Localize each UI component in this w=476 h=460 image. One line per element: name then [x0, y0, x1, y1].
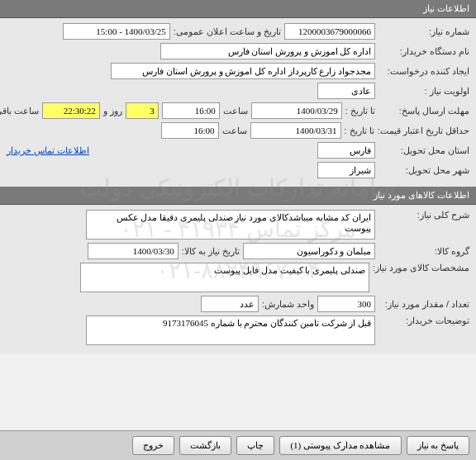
deadline-date-field[interactable] — [251, 102, 342, 119]
label-priority: اولویت نیاز : — [378, 86, 469, 97]
attachments-button[interactable]: مشاهده مدارک پیوستی (1) — [279, 436, 401, 455]
label-province: استان محل تحویل: — [378, 145, 469, 156]
goods-info-header: اطلاعات کالاهای مورد نیاز — [0, 187, 476, 205]
label-unit: واحد شمارش: — [262, 299, 314, 310]
label-time2: ساعت — [222, 126, 247, 136]
print-button[interactable]: چاپ — [236, 436, 274, 455]
label-deadline: مهلت ارسال پاسخ: — [378, 106, 469, 116]
deadline-time-field[interactable] — [162, 102, 220, 119]
remain-days-field[interactable] — [126, 102, 159, 119]
label-time1: ساعت — [223, 106, 248, 116]
label-qty: تعداد / مقدار مورد نیاز: — [378, 299, 469, 310]
city-field[interactable] — [317, 162, 375, 178]
label-buyer-notes: توضیحات خریدار: — [378, 315, 469, 326]
label-min-valid: حداقل تاریخ اعتبار قیمت: — [378, 126, 469, 136]
goods-group-field[interactable] — [243, 243, 375, 259]
unit-field[interactable] — [201, 296, 259, 312]
need-info-header: اطلاعات نیاز — [0, 0, 476, 18]
respond-button[interactable]: پاسخ به نیاز — [407, 436, 470, 455]
label-goods-group: گروه کالا: — [378, 246, 469, 257]
buyer-notes-field[interactable] — [86, 315, 375, 345]
back-button[interactable]: بازگشت — [179, 436, 231, 455]
label-need-no: شماره نیاز: — [378, 26, 469, 37]
qty-field[interactable] — [317, 296, 375, 312]
label-need-date: تاریخ نیاز به کالا: — [182, 246, 240, 257]
label-creator: ایجاد کننده درخواست: — [378, 66, 469, 77]
label-day-and: روز و — [103, 106, 122, 116]
min-valid-date-field[interactable] — [250, 122, 341, 139]
need-no-field[interactable] — [284, 23, 375, 40]
label-buyer-org: نام دستگاه خریدار: — [378, 46, 469, 57]
general-desc-field[interactable] — [86, 210, 375, 239]
goods-info-body: شرح کلی نیاز: گروه کالا: تاریخ نیاز به ک… — [0, 205, 476, 353]
footer-toolbar: پاسخ به نیاز مشاهده مدارک پیوستی (1) چاپ… — [0, 430, 476, 460]
buyer-org-field[interactable] — [160, 43, 375, 59]
label-goods-spec: مشخصات کالای مورد نیاز: — [373, 263, 469, 273]
need-date-field[interactable] — [88, 243, 178, 259]
label-announce: تاریخ و ساعت اعلان عمومی: — [174, 26, 281, 37]
label-to-date: تا تاریخ : — [345, 106, 375, 116]
label-general-desc: شرح کلی نیاز: — [378, 210, 469, 221]
announce-time-field[interactable] — [63, 23, 170, 40]
remain-time-field[interactable] — [42, 102, 100, 119]
exit-button[interactable]: خروج — [132, 436, 174, 455]
priority-field[interactable] — [317, 83, 375, 99]
creator-field[interactable] — [111, 63, 375, 79]
goods-spec-field[interactable] — [80, 263, 369, 292]
label-remain: ساعت باقی مانده — [0, 106, 39, 116]
need-info-body: شماره نیاز: تاریخ و ساعت اعلان عمومی: نا… — [0, 18, 476, 187]
min-valid-time-field[interactable] — [161, 122, 219, 139]
label-to-date2: تا تاریخ : — [345, 126, 374, 136]
province-field[interactable] — [317, 142, 375, 159]
label-city: شهر محل تحویل: — [378, 165, 469, 176]
contact-link[interactable]: اطلاعات تماس خریدار — [7, 145, 89, 156]
